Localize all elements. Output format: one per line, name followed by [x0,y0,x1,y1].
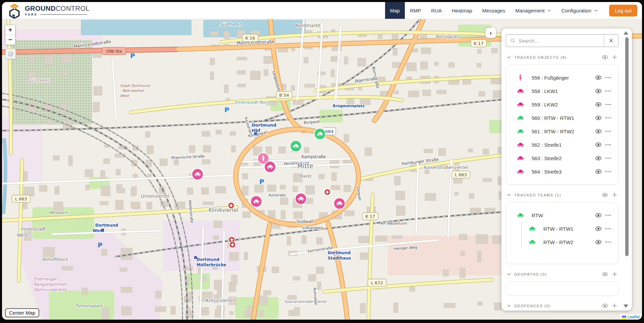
map-label: Südwall [297,219,314,224]
person-icon [517,74,524,82]
zoom-in-button[interactable]: + [5,25,15,35]
groundcontrol-logo-icon [7,3,21,19]
section-header-geopaths: GEOPATHS (0) [506,271,618,277]
more-options-icon[interactable] [605,88,611,94]
more-options-icon[interactable] [605,212,611,219]
visibility-eye-icon[interactable] [602,271,608,277]
svg-text:L 672: L 672 [371,280,383,285]
visibility-eye-icon[interactable] [595,141,602,148]
list-item[interactable]: 558 : LKW1 [506,84,618,98]
map-label: Kreuzviertel [206,298,234,303]
more-options-icon[interactable] [605,101,611,108]
parking-icon: P [98,241,103,249]
nav-item-configuration[interactable]: Configuration [556,2,603,19]
nav-item-heatmap[interactable]: Heatmap [447,2,477,19]
list-item[interactable]: 561 : RTW - RTW2 [506,125,618,138]
map-marker-car[interactable] [264,161,276,173]
chevron-down-icon[interactable] [506,55,512,60]
visibility-eye-icon[interactable] [595,88,602,94]
center-map-button[interactable]: Center Map [5,308,39,317]
more-options-icon[interactable] [605,128,611,135]
chevron-down-icon [594,8,598,13]
nav-item-rmp[interactable]: RMP [405,2,426,19]
scrollbar-up-arrow[interactable] [624,31,628,35]
visibility-eye-icon[interactable] [595,128,602,135]
list-item[interactable]: RTW - RTW1 [506,222,618,235]
leaflet-link[interactable]: Leaflet [628,315,640,319]
object-label: 562 : Streife1 [532,142,561,148]
car-icon [528,238,536,246]
object-label: 561 : RTW - RTW2 [532,129,574,134]
map-label: Westpark [49,210,68,215]
list-item[interactable]: RTW - RTW2 [506,235,618,249]
search-input[interactable] [519,38,604,44]
more-options-icon[interactable] [605,239,611,245]
chevron-down-icon[interactable] [506,272,512,277]
visibility-eye-icon[interactable] [595,225,602,232]
car-icon [517,101,524,108]
add-icon[interactable] [611,271,618,277]
list-item[interactable]: 563 : Streife2 [506,151,618,165]
list-item[interactable]: 564 : Streife3 [506,165,618,178]
panel-collapse-button[interactable]: › [485,28,496,38]
main-nav: MapRMPRUAHeatmapMessagesManagementConfig… [385,2,642,19]
more-options-icon[interactable] [605,114,611,121]
visibility-eye-icon[interactable] [595,101,602,108]
map-marker-car[interactable] [192,169,203,180]
station-icon [254,132,257,135]
map-marker-car[interactable] [314,128,326,140]
visibility-eye-icon[interactable] [595,155,602,162]
zoom-out-button[interactable]: − [5,35,15,45]
more-options-icon[interactable] [605,155,611,162]
map-label: Borsigplatz [436,34,461,39]
svg-text:B 54: B 54 [279,93,289,98]
section-header-tracked-teams: TRACKED TEAMS (1) [506,192,618,198]
visibility-eye-icon[interactable] [595,212,602,219]
add-icon[interactable] [611,303,618,309]
list-item[interactable]: 560 : RTW - RTW1 [506,111,618,125]
nav-item-messages[interactable]: Messages [477,2,510,19]
car-icon [528,225,536,233]
visibility-eye-icon[interactable] [595,74,602,81]
object-label: 556 : Fußgänger [532,75,569,81]
map-marker-car[interactable] [251,196,262,207]
chevron-down-icon[interactable] [506,303,512,308]
nav-item-management[interactable]: Management [510,2,556,19]
visibility-eye-icon[interactable] [602,192,608,198]
map-marker-car[interactable] [290,140,302,152]
map-marker-car[interactable] [295,193,307,204]
scrollbar-down-arrow[interactable] [624,305,628,308]
search-clear-button[interactable] [604,35,618,47]
list-item[interactable]: RTW [506,209,618,222]
more-options-icon[interactable] [605,74,611,81]
map[interactable]: SüdhafenMallinckrodtstraßeMallinckrodtst… [2,19,642,320]
add-icon[interactable] [611,192,618,198]
nav-item-map[interactable]: Map [385,2,405,19]
visibility-eye-icon[interactable] [602,54,608,60]
visibility-eye-icon[interactable] [602,303,608,309]
visibility-eye-icon[interactable] [595,114,602,121]
add-icon[interactable] [611,54,618,60]
section-card-geopaths [506,281,619,295]
logout-button[interactable]: Log out [609,5,637,16]
svg-text:K 16: K 16 [245,36,255,41]
map-label: Nordmarkt [295,23,321,28]
more-options-icon[interactable] [605,168,611,175]
road-badge: K 17 [363,213,378,220]
car-icon [517,114,524,122]
list-item[interactable]: 556 : Fußgänger [506,71,618,84]
visibility-eye-icon[interactable] [595,168,602,175]
more-options-icon[interactable] [605,225,611,232]
visibility-eye-icon[interactable] [595,239,602,245]
car-icon [517,87,524,95]
scrollbar-thumb[interactable] [625,37,629,256]
chevron-down-icon[interactable] [506,192,512,197]
nav-item-rua[interactable]: RUA [426,2,447,19]
hospital-icon [228,202,234,209]
section-header-geofences: GEOFENCES (0) [506,303,618,309]
list-item[interactable]: 559 : LKW2 [506,98,618,111]
draw-edit-button[interactable] [5,49,16,59]
list-item[interactable]: 562 : Streife1 [506,138,618,151]
map-marker-car[interactable] [334,198,345,209]
more-options-icon[interactable] [605,141,611,148]
